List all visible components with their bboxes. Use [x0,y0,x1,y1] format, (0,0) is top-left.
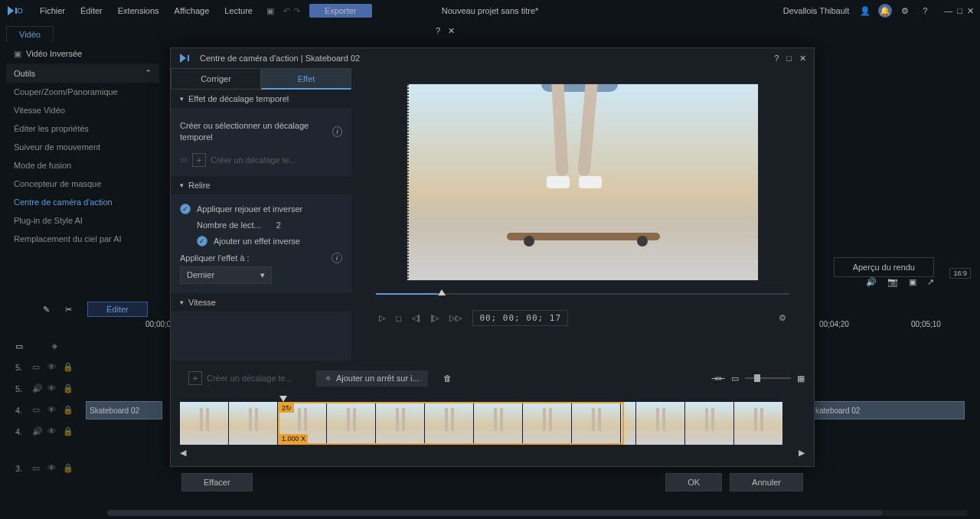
delete-icon[interactable]: 🗑 [443,374,452,383]
tab-correct[interactable]: Corriger [171,68,261,90]
zoom-slider[interactable] [745,377,791,379]
lectures-value[interactable]: 2 [276,220,281,230]
sidebar-item-blend[interactable]: Mode de fusion [6,156,159,175]
video-track-icon[interactable]: ▭ [32,405,43,416]
visibility-icon[interactable]: 👁 [47,405,58,416]
track-icon[interactable]: ⎆ [52,341,57,351]
player-settings-icon[interactable]: ⚙ [779,313,786,323]
timeline-clip[interactable]: kateboard 02 [812,401,965,419]
clear-button[interactable]: Effacer [181,473,253,491]
lock-icon[interactable]: 🔒 [63,463,74,474]
apply-replay-checkbox[interactable] [180,204,191,214]
aspect-ratio-badge[interactable]: 16:9 [949,268,971,279]
sidebar-item-cut[interactable]: Couper/Zoom/Panoramique [6,83,159,101]
maximize-icon[interactable]: □ [957,6,962,16]
info-icon[interactable]: i [332,126,342,137]
sidebar-section-outils[interactable]: Outils⌃ [6,64,159,83]
menu-playback[interactable]: Lecture [218,3,259,18]
dock-icon[interactable]: ▣ [909,277,916,287]
user-icon[interactable]: 👤 [858,4,872,18]
panel-close-icon[interactable]: ✕ [448,26,455,36]
tab-effect[interactable]: Effet [261,68,351,90]
playhead-marker[interactable] [279,396,287,402]
menu-edit[interactable]: Éditer [74,3,109,18]
preview-slider[interactable] [376,292,789,296]
panel-help-icon[interactable]: ? [436,26,440,36]
fast-forward-icon[interactable]: ▷▷ [449,313,462,323]
stop-icon[interactable]: □ [396,314,401,323]
info-icon[interactable]: i [332,253,342,263]
sidebar-item-action-camera[interactable]: Centre de caméra d'action [6,193,159,211]
create-shift-button[interactable]: + Créer un décalage te... [180,368,301,388]
apply-to-select[interactable]: Dernier▾ [180,266,272,284]
popout-icon[interactable]: ↗ [927,277,934,287]
timeline-clip[interactable]: Skateboard 02 [86,401,162,419]
menu-view[interactable]: Affichage [168,3,216,18]
minimize-icon[interactable]: — [944,6,952,16]
settings-icon[interactable]: ⚙ [898,4,912,18]
video-track-icon[interactable]: ▭ [32,463,43,474]
add-freeze-button[interactable]: ✧ Ajouter un arrêt sur i... [316,370,428,387]
scroll-left-icon[interactable]: ◀ [180,448,186,458]
ok-button[interactable]: OK [665,473,722,491]
menu-extensions[interactable]: Extensions [112,3,165,18]
lock-icon[interactable]: 🔒 [63,362,74,373]
close-icon[interactable]: ✕ [967,6,974,16]
help-icon[interactable]: ? [918,4,932,18]
sidebar-item-mask[interactable]: Concepteur de masque [6,175,159,193]
dialog-close-icon[interactable]: ✕ [799,54,806,64]
audio-track-icon[interactable]: 🔊 [32,384,43,394]
redo-icon[interactable]: ↷ [293,6,300,16]
lock-icon[interactable]: 🔒 [63,405,74,416]
section-relire-header[interactable]: ▾Relire [171,176,351,194]
thumbnail-strip[interactable]: 2↻ 1.000 X [180,402,805,445]
menu-file[interactable]: Fichier [34,3,71,18]
notification-icon[interactable]: 🔔 [878,4,892,18]
video-track-icon[interactable]: ▭ [32,362,43,373]
edit-button[interactable]: Éditer [87,302,148,317]
visibility-icon[interactable]: 👁 [47,426,58,437]
render-preview-button[interactable]: Aperçu du rendu [834,257,934,277]
section-decalage-header[interactable]: ▾Effet de décalage temporel [171,90,351,108]
zoom-grid-icon[interactable]: ▦ [797,374,805,384]
sidebar: ▣Vidéo Inversée Outils⌃ Couper/Zoom/Pano… [6,44,159,248]
scissors-icon[interactable]: ✂ [65,305,72,315]
horizontal-scrollbar[interactable] [107,510,968,516]
save-icon[interactable]: ▣ [266,6,274,16]
sidebar-item-props[interactable]: Éditer les propriétés [6,119,159,138]
timecode[interactable]: 00; 00; 00; 17 [472,310,568,326]
undo-icon[interactable]: ↶ [283,6,290,16]
freeze-icon: ✧ [325,374,332,384]
sidebar-item-inversee[interactable]: ▣Vidéo Inversée [6,44,159,64]
video-preview[interactable] [407,83,759,281]
cancel-button[interactable]: Annuler [730,473,803,491]
eraser-icon[interactable]: ✎ [43,305,50,315]
fit-icon[interactable]: ⇥⇤ [711,374,725,384]
scroll-right-icon[interactable]: ▶ [799,448,805,458]
zoom-out-icon[interactable]: ▭ [731,374,739,384]
play-icon[interactable]: ▷ [379,313,385,323]
add-shift-button[interactable]: + [192,153,206,167]
tab-video[interactable]: Vidéo [6,26,54,42]
sidebar-item-style-ai[interactable]: Plug-in de Style AI [6,211,159,230]
section-vitesse-header[interactable]: ▾Vitesse [171,293,351,312]
visibility-icon[interactable]: 👁 [47,463,58,474]
slider-thumb[interactable] [438,289,446,295]
visibility-icon[interactable]: 👁 [47,384,58,394]
audio-track-icon[interactable]: 🔊 [32,426,43,437]
export-button[interactable]: Exporter [309,4,372,18]
volume-icon[interactable]: 🔊 [866,277,877,287]
add-inverse-checkbox[interactable] [197,236,207,246]
sidebar-item-sky[interactable]: Remplacement du ciel par AI [6,230,159,248]
lock-icon[interactable]: 🔒 [63,426,74,437]
next-frame-icon[interactable]: |▷ [431,313,439,323]
snapshot-icon[interactable]: 📷 [887,277,898,287]
prev-frame-icon[interactable]: ◁| [412,313,420,323]
dialog-help-icon[interactable]: ? [774,54,779,64]
track-icon[interactable]: ▭ [15,341,23,351]
lock-icon[interactable]: 🔒 [63,384,74,394]
visibility-icon[interactable]: 👁 [47,362,58,373]
sidebar-item-speed[interactable]: Vitesse Vidéo [6,101,159,119]
dialog-maximize-icon[interactable]: □ [786,54,792,64]
sidebar-item-motion[interactable]: Suiveur de mouvement [6,138,159,156]
